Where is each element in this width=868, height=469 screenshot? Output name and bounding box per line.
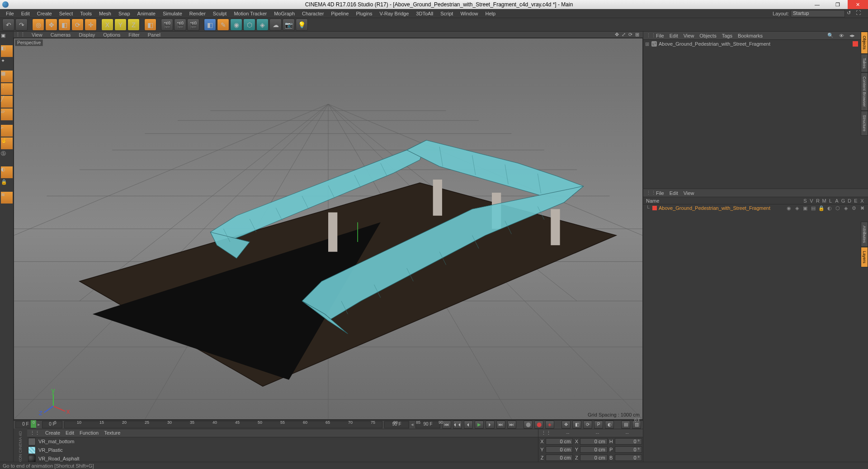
points-mode-button[interactable]: ⋮ (1, 83, 13, 95)
menu-mograph[interactable]: MoGraph (270, 11, 298, 16)
last-tool[interactable]: ✛ (85, 19, 97, 31)
menu-animate[interactable]: Animate (134, 11, 159, 16)
minimize-button[interactable]: — (807, 0, 827, 9)
layer-color-swatch[interactable] (652, 206, 657, 210)
scrub-bar[interactable] (64, 421, 382, 428)
expand-icon[interactable]: ⊞ (645, 41, 650, 47)
tab-content-browser[interactable]: Content Browser (861, 72, 868, 111)
panel-grip-icon[interactable]: ⋮⋮ (646, 190, 651, 196)
play-button[interactable]: ▶ (475, 421, 484, 429)
texture-mode-button[interactable]: ✦ (1, 58, 13, 70)
menu-create[interactable]: Create (33, 11, 56, 16)
add-environment-button[interactable]: ☁ (269, 19, 282, 31)
layer-anim-icon[interactable]: ◐ (826, 205, 833, 211)
menu-help[interactable]: Help (482, 11, 500, 16)
redo-button[interactable]: ↷ (15, 19, 28, 31)
timeline-opt1-button[interactable]: ▤ (621, 421, 630, 429)
search-icon[interactable]: 🔍 (827, 33, 834, 38)
rotate-tool[interactable]: ⟳ (71, 19, 84, 31)
layer-name[interactable]: Above_Ground_Pedestrian_with_Street_Frag… (659, 205, 784, 211)
material-item[interactable]: VR_Plastic (27, 446, 538, 455)
menu-motion-tracker[interactable]: Motion Tracker (230, 11, 270, 16)
rot-h-input[interactable]: 0 ° (615, 438, 642, 445)
panel-grip-icon[interactable]: ⋮⋮ (30, 430, 40, 436)
vp-nav-rotate-icon[interactable]: ⟳ (628, 32, 632, 38)
layer-manager-icon[interactable]: ▤ (810, 205, 816, 211)
layer-xref-icon[interactable]: ✖ (859, 205, 865, 211)
move-tool[interactable]: ✥ (45, 19, 57, 31)
timeline-ruler[interactable]: 0 5 10 15 20 25 30 35 40 45 50 55 60 65 … (14, 420, 643, 420)
vp-menu-options[interactable]: Options (101, 32, 122, 38)
layout-cycle-button[interactable]: ↺ (847, 10, 854, 17)
vp-menu-panel[interactable]: Panel (146, 32, 162, 38)
panel-grip-icon[interactable]: ⋮⋮ (541, 430, 551, 436)
goto-end-button[interactable]: ⏭ (507, 421, 516, 429)
vp-menu-filter[interactable]: Filter (127, 32, 141, 38)
menu-window[interactable]: Window (457, 11, 481, 16)
tab-takes[interactable]: Takes (861, 54, 868, 73)
lock-workplane-button[interactable]: 🔒 (1, 179, 13, 191)
keyframe-sel-button[interactable]: ◈ (545, 421, 554, 429)
mat-menu-edit[interactable]: Edit (66, 430, 74, 436)
layer-solo-icon[interactable]: ◉ (786, 205, 792, 211)
mat-menu-texture[interactable]: Texture (104, 430, 120, 436)
vp-menu-display[interactable]: Display (77, 32, 97, 38)
goto-prev-key-button[interactable]: ⏴⏴ (453, 421, 462, 429)
mat-menu-create[interactable]: Create (45, 430, 60, 436)
vp-menu-cameras[interactable]: Cameras (49, 32, 73, 38)
key-rot-button[interactable]: ⟳ (583, 421, 592, 429)
eye-icon[interactable]: 👁 (839, 33, 844, 38)
add-camera-button[interactable]: 📷 (283, 19, 295, 31)
add-generator-button[interactable]: ⬡ (243, 19, 255, 31)
key-pos-button[interactable]: ✥ (561, 421, 571, 429)
menu-sculpt[interactable]: Sculpt (209, 11, 231, 16)
lay-menu-file[interactable]: File (656, 190, 664, 196)
object-tree[interactable]: ⊞ L⁰ Above_Ground_Pedestrian_with_Street… (643, 40, 868, 189)
planar-workplane-button[interactable]: ≋ (1, 192, 13, 204)
render-picture-button[interactable]: 🎬 (174, 19, 186, 31)
close-button[interactable]: ✕ (848, 0, 868, 9)
render-view-button[interactable]: 🎬 (161, 19, 173, 31)
mat-menu-function[interactable]: Function (80, 430, 99, 436)
obj-menu-view[interactable]: View (684, 33, 694, 38)
menu-vray-bridge[interactable]: V-Ray Bridge (376, 11, 413, 16)
key-scale-button[interactable]: ◧ (572, 421, 581, 429)
vp-nav-layout-icon[interactable]: ⊞ (635, 32, 639, 38)
layout-select[interactable]: Startup (791, 10, 845, 17)
menu-mesh[interactable]: Mesh (95, 11, 115, 16)
menu-tools[interactable]: Tools (76, 11, 95, 16)
menu-plugins[interactable]: Plugins (352, 11, 376, 16)
layer-def-icon[interactable]: ◈ (843, 205, 849, 211)
menu-script[interactable]: Script (437, 11, 457, 16)
key-param-button[interactable]: P (594, 421, 603, 429)
pos-y-input[interactable]: 0 cm (546, 446, 573, 453)
tab-attributes[interactable]: Attributes (861, 222, 868, 247)
layer-lock-icon[interactable]: 🔒 (818, 205, 825, 211)
vp-nav-zoom-icon[interactable]: ⤢ (622, 32, 626, 38)
tweak-button[interactable]: ☝ (1, 137, 13, 149)
panel-grip-icon[interactable]: ⋮⋮ (15, 32, 25, 38)
key-pla-button[interactable]: ◐ (605, 421, 614, 429)
size-y-input[interactable]: 0 cm (580, 446, 607, 453)
lock-y-button[interactable]: Y (114, 19, 127, 31)
coord-system-button[interactable]: ◧ (144, 19, 156, 31)
add-deformer-button[interactable]: ◈ (256, 19, 269, 31)
add-nurbs-button[interactable]: ◉ (230, 19, 242, 31)
lay-menu-edit[interactable]: Edit (670, 190, 678, 196)
undo-button[interactable]: ↶ (2, 19, 14, 31)
next-frame-button[interactable]: ⏵ (486, 421, 495, 429)
make-editable-button[interactable]: ▣ (1, 33, 13, 44)
tab-structure[interactable]: Structure (861, 111, 868, 136)
axis-button[interactable]: ⌐ (1, 125, 13, 137)
menu-render[interactable]: Render (186, 11, 209, 16)
layer-render-icon[interactable]: ▣ (802, 205, 808, 211)
menu-simulate[interactable]: Simulate (159, 11, 186, 16)
panel-grip-icon[interactable]: ⋮⋮ (646, 33, 651, 38)
layout-expand-button[interactable]: ⛶ (856, 10, 863, 17)
arrows-icon[interactable]: ◂▸ (849, 33, 855, 38)
layer-expr-icon[interactable]: ⚙ (851, 205, 857, 211)
tab-objects[interactable]: Objects (861, 32, 868, 54)
goto-next-key-button[interactable]: ⏭ (496, 421, 505, 429)
range-start-input[interactable]: 0 F (42, 421, 62, 428)
maximize-button[interactable]: ❐ (827, 0, 848, 9)
